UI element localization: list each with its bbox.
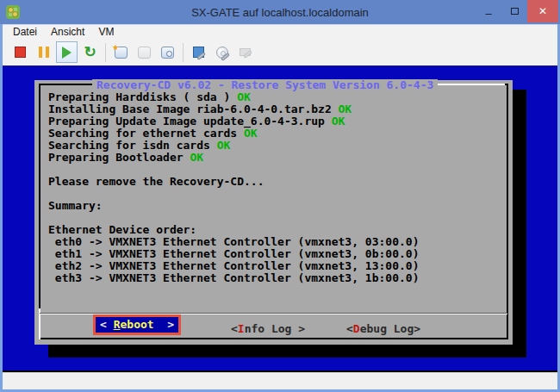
vm-screen[interactable]: Recovery-CD v6.02 - Restore System Versi… (3, 65, 557, 372)
wrench-icon (243, 50, 252, 59)
ok-status: OK (237, 90, 251, 103)
play-icon (62, 47, 72, 59)
manage-snapshots-button[interactable] (157, 41, 178, 63)
wrench-icon (196, 52, 206, 60)
install-tools-icon (216, 47, 228, 59)
revert-snapshot-icon (138, 47, 151, 59)
console-line: Ethernet Device order: (48, 224, 501, 236)
toolbar-separator (183, 43, 184, 62)
manage-snapshots-icon (161, 47, 174, 59)
titlebar[interactable]: SX-GATE auf localhost.localdomain – ✕ (0, 0, 560, 24)
ok-status: OK (190, 151, 203, 164)
wrench-icon (221, 52, 230, 60)
console-line: Summary: (48, 200, 501, 212)
clock-badge-icon (166, 51, 172, 57)
console-line (48, 164, 501, 176)
edit-settings-icon (193, 47, 204, 58)
restore-dialog: Recovery-CD v6.02 - Restore System Versi… (34, 80, 513, 345)
annotation-highlight-box: < Reboot > (93, 314, 181, 335)
status-bar (3, 372, 557, 389)
menu-item-datei[interactable]: Datei (6, 25, 44, 39)
border-highlight (432, 84, 505, 85)
power-off-button[interactable] (9, 41, 31, 63)
power-on-button[interactable] (56, 41, 78, 63)
toolbar: ↻ ★ (3, 39, 557, 65)
menu-item-ansicht[interactable]: Ansicht (44, 25, 91, 39)
console-line: eth3 -> VMXNET3 Ethernet Controller (vmx… (48, 272, 501, 284)
console-line: Please remove the Recovery-CD... (48, 176, 501, 188)
revert-snapshot-button[interactable] (134, 41, 155, 63)
console-line (48, 212, 501, 224)
dialog-title: Recovery-CD v6.02 - Restore System Versi… (92, 79, 438, 91)
ok-status: OK (244, 127, 258, 140)
pause-icon (39, 47, 49, 58)
install-tools-button[interactable] (211, 41, 233, 63)
toolbar-separator (105, 43, 106, 62)
console-line: Preparing Update Image update_6.0-4-3.ru… (48, 115, 501, 128)
console-line: Preparing Harddisks ( sda ) OK (48, 91, 501, 103)
menu-item-vm[interactable]: VM (91, 25, 121, 39)
console-line: Searching for ethernet cards OK (48, 128, 501, 140)
manage-devices-button[interactable] (234, 41, 256, 63)
vm-console-window: SX-GATE auf localhost.localdomain – ✕ Da… (0, 0, 560, 392)
console-line: eth2 -> VMXNET3 Ethernet Controller (vmx… (48, 260, 501, 272)
console-line: eth1 -> VMXNET3 Ethernet Controller (vmx… (48, 248, 501, 260)
ok-status: OK (217, 139, 231, 152)
reboot-button[interactable]: < Reboot > (96, 317, 178, 333)
suspend-button[interactable] (33, 41, 54, 63)
star-badge-icon: ★ (112, 43, 119, 52)
take-snapshot-icon: ★ (115, 47, 128, 59)
console-line: Searching for isdn cards OK (48, 140, 501, 152)
stop-icon (15, 47, 26, 58)
info-log-button[interactable]: <Info Log > (231, 323, 305, 335)
reset-button[interactable]: ↻ (79, 41, 101, 63)
console-line: eth0 -> VMXNET3 Ethernet Controller (vmx… (48, 236, 501, 248)
debug-log-button[interactable]: <Debug Log> (346, 323, 420, 335)
manage-devices-icon (240, 48, 251, 56)
ok-status: OK (332, 115, 345, 128)
console-output: Preparing Harddisks ( sda ) OK Installin… (48, 91, 501, 284)
console-line: Preparing Bootloader OK (48, 152, 501, 164)
reset-icon: ↻ (84, 45, 96, 59)
menu-bar: Datei Ansicht VM (3, 24, 557, 39)
console-line: Installing Base Image riab-6.0-4-0.tar.b… (48, 103, 501, 115)
window-title: SX-GATE auf localhost.localdomain (0, 6, 560, 19)
console-line (48, 188, 501, 200)
edit-settings-button[interactable] (188, 41, 209, 63)
ok-status: OK (339, 103, 352, 115)
take-snapshot-button[interactable]: ★ (110, 41, 132, 63)
